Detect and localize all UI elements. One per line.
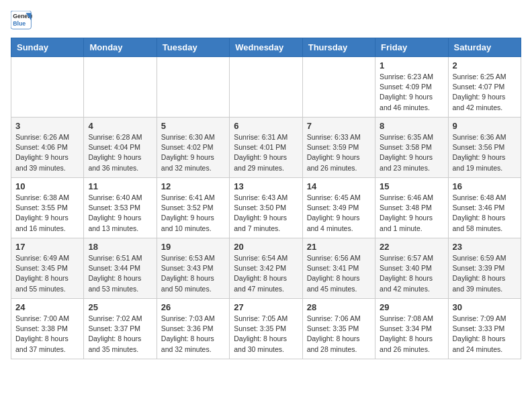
day-info: Sunrise: 6:26 AM Sunset: 4:06 PM Dayligh… <box>15 132 79 173</box>
day-number: 3 <box>15 121 79 131</box>
day-cell: 24Sunrise: 7:00 AM Sunset: 3:38 PM Dayli… <box>11 299 84 359</box>
day-info: Sunrise: 7:00 AM Sunset: 3:38 PM Dayligh… <box>15 314 79 355</box>
day-cell: 18Sunrise: 6:51 AM Sunset: 3:44 PM Dayli… <box>84 238 157 299</box>
day-info: Sunrise: 6:36 AM Sunset: 3:56 PM Dayligh… <box>453 132 517 173</box>
week-row-5: 24Sunrise: 7:00 AM Sunset: 3:38 PM Dayli… <box>11 299 521 359</box>
day-cell: 23Sunrise: 6:59 AM Sunset: 3:39 PM Dayli… <box>448 238 521 299</box>
day-cell: 6Sunrise: 6:31 AM Sunset: 4:01 PM Daylig… <box>230 118 302 178</box>
day-info: Sunrise: 6:33 AM Sunset: 3:59 PM Dayligh… <box>307 132 371 173</box>
day-cell: 27Sunrise: 7:05 AM Sunset: 3:35 PM Dayli… <box>230 299 302 359</box>
day-info: Sunrise: 6:49 AM Sunset: 3:45 PM Dayligh… <box>15 253 79 294</box>
day-cell: 5Sunrise: 6:30 AM Sunset: 4:02 PM Daylig… <box>157 118 229 178</box>
day-cell: 14Sunrise: 6:45 AM Sunset: 3:49 PM Dayli… <box>302 178 375 238</box>
day-cell: 30Sunrise: 7:09 AM Sunset: 3:33 PM Dayli… <box>448 299 521 359</box>
day-number: 26 <box>161 302 225 312</box>
day-info: Sunrise: 7:03 AM Sunset: 3:36 PM Dayligh… <box>161 314 225 355</box>
day-number: 28 <box>307 302 371 312</box>
day-number: 22 <box>380 242 443 252</box>
logo-icon: General Blue <box>11 11 32 30</box>
day-cell <box>11 57 84 118</box>
day-info: Sunrise: 6:51 AM Sunset: 3:44 PM Dayligh… <box>88 253 152 294</box>
day-cell: 10Sunrise: 6:38 AM Sunset: 3:55 PM Dayli… <box>11 178 84 238</box>
header-cell-tuesday: Tuesday <box>157 38 229 57</box>
day-info: Sunrise: 6:43 AM Sunset: 3:50 PM Dayligh… <box>234 193 298 234</box>
day-number: 11 <box>88 181 152 191</box>
day-info: Sunrise: 6:45 AM Sunset: 3:49 PM Dayligh… <box>307 193 371 234</box>
day-cell: 16Sunrise: 6:48 AM Sunset: 3:46 PM Dayli… <box>448 178 521 238</box>
day-cell: 17Sunrise: 6:49 AM Sunset: 3:45 PM Dayli… <box>11 238 84 299</box>
day-info: Sunrise: 7:08 AM Sunset: 3:34 PM Dayligh… <box>380 314 443 355</box>
day-info: Sunrise: 7:09 AM Sunset: 3:33 PM Dayligh… <box>453 314 517 355</box>
day-cell: 20Sunrise: 6:54 AM Sunset: 3:42 PM Dayli… <box>230 238 302 299</box>
svg-text:Blue: Blue <box>13 20 26 27</box>
week-row-4: 17Sunrise: 6:49 AM Sunset: 3:45 PM Dayli… <box>11 238 521 299</box>
day-number: 5 <box>161 121 225 131</box>
day-cell: 4Sunrise: 6:28 AM Sunset: 4:04 PM Daylig… <box>84 118 157 178</box>
day-cell <box>230 57 302 118</box>
day-info: Sunrise: 6:28 AM Sunset: 4:04 PM Dayligh… <box>88 132 152 173</box>
day-info: Sunrise: 6:41 AM Sunset: 3:52 PM Dayligh… <box>161 193 225 234</box>
day-cell: 9Sunrise: 6:36 AM Sunset: 3:56 PM Daylig… <box>448 118 521 178</box>
day-cell: 25Sunrise: 7:02 AM Sunset: 3:37 PM Dayli… <box>84 299 157 359</box>
day-info: Sunrise: 6:57 AM Sunset: 3:40 PM Dayligh… <box>380 253 443 294</box>
day-cell: 1Sunrise: 6:23 AM Sunset: 4:09 PM Daylig… <box>375 57 448 118</box>
day-number: 4 <box>88 121 152 131</box>
day-info: Sunrise: 6:40 AM Sunset: 3:53 PM Dayligh… <box>88 193 152 234</box>
header-cell-friday: Friday <box>375 38 448 57</box>
day-info: Sunrise: 6:56 AM Sunset: 3:41 PM Dayligh… <box>307 253 371 294</box>
day-info: Sunrise: 6:54 AM Sunset: 3:42 PM Dayligh… <box>234 253 298 294</box>
day-number: 18 <box>88 242 152 252</box>
day-number: 7 <box>307 121 371 131</box>
day-number: 24 <box>15 302 79 312</box>
day-number: 1 <box>380 60 443 71</box>
day-cell: 2Sunrise: 6:25 AM Sunset: 4:07 PM Daylig… <box>448 57 521 118</box>
day-cell: 21Sunrise: 6:56 AM Sunset: 3:41 PM Dayli… <box>302 238 375 299</box>
day-info: Sunrise: 6:30 AM Sunset: 4:02 PM Dayligh… <box>161 132 225 173</box>
day-cell: 22Sunrise: 6:57 AM Sunset: 3:40 PM Dayli… <box>375 238 448 299</box>
day-cell: 28Sunrise: 7:06 AM Sunset: 3:35 PM Dayli… <box>302 299 375 359</box>
week-row-2: 3Sunrise: 6:26 AM Sunset: 4:06 PM Daylig… <box>11 118 521 178</box>
day-number: 16 <box>453 181 517 191</box>
day-cell: 3Sunrise: 6:26 AM Sunset: 4:06 PM Daylig… <box>11 118 84 178</box>
day-cell <box>157 57 229 118</box>
day-number: 2 <box>453 60 517 71</box>
day-number: 9 <box>453 121 517 131</box>
header-cell-thursday: Thursday <box>302 38 375 57</box>
day-number: 14 <box>307 181 371 191</box>
week-row-1: 1Sunrise: 6:23 AM Sunset: 4:09 PM Daylig… <box>11 57 521 118</box>
day-info: Sunrise: 7:06 AM Sunset: 3:35 PM Dayligh… <box>307 314 371 355</box>
day-cell: 29Sunrise: 7:08 AM Sunset: 3:34 PM Dayli… <box>375 299 448 359</box>
day-info: Sunrise: 6:48 AM Sunset: 3:46 PM Dayligh… <box>453 193 517 234</box>
day-info: Sunrise: 6:35 AM Sunset: 3:58 PM Dayligh… <box>380 132 443 173</box>
day-number: 25 <box>88 302 152 312</box>
day-cell: 8Sunrise: 6:35 AM Sunset: 3:58 PM Daylig… <box>375 118 448 178</box>
header-cell-monday: Monday <box>84 38 157 57</box>
calendar-table: SundayMondayTuesdayWednesdayThursdayFrid… <box>11 38 521 359</box>
day-info: Sunrise: 7:05 AM Sunset: 3:35 PM Dayligh… <box>234 314 298 355</box>
logo: General Blue <box>11 11 32 30</box>
day-cell <box>302 57 375 118</box>
day-cell <box>84 57 157 118</box>
header-row: SundayMondayTuesdayWednesdayThursdayFrid… <box>11 38 521 57</box>
day-info: Sunrise: 7:02 AM Sunset: 3:37 PM Dayligh… <box>88 314 152 355</box>
day-cell: 19Sunrise: 6:53 AM Sunset: 3:43 PM Dayli… <box>157 238 229 299</box>
day-number: 13 <box>234 181 298 191</box>
week-row-3: 10Sunrise: 6:38 AM Sunset: 3:55 PM Dayli… <box>11 178 521 238</box>
day-number: 20 <box>234 242 298 252</box>
day-cell: 15Sunrise: 6:46 AM Sunset: 3:48 PM Dayli… <box>375 178 448 238</box>
header-cell-sunday: Sunday <box>11 38 84 57</box>
day-number: 30 <box>453 302 517 312</box>
day-number: 17 <box>15 242 79 252</box>
day-cell: 7Sunrise: 6:33 AM Sunset: 3:59 PM Daylig… <box>302 118 375 178</box>
day-info: Sunrise: 6:59 AM Sunset: 3:39 PM Dayligh… <box>453 253 517 294</box>
header-cell-saturday: Saturday <box>448 38 521 57</box>
day-info: Sunrise: 6:23 AM Sunset: 4:09 PM Dayligh… <box>380 72 443 113</box>
day-info: Sunrise: 6:46 AM Sunset: 3:48 PM Dayligh… <box>380 193 443 234</box>
day-number: 27 <box>234 302 298 312</box>
day-number: 10 <box>15 181 79 191</box>
page-header: General Blue <box>11 11 521 30</box>
day-number: 12 <box>161 181 225 191</box>
day-info: Sunrise: 6:38 AM Sunset: 3:55 PM Dayligh… <box>15 193 79 234</box>
day-number: 6 <box>234 121 298 131</box>
day-info: Sunrise: 6:53 AM Sunset: 3:43 PM Dayligh… <box>161 253 225 294</box>
